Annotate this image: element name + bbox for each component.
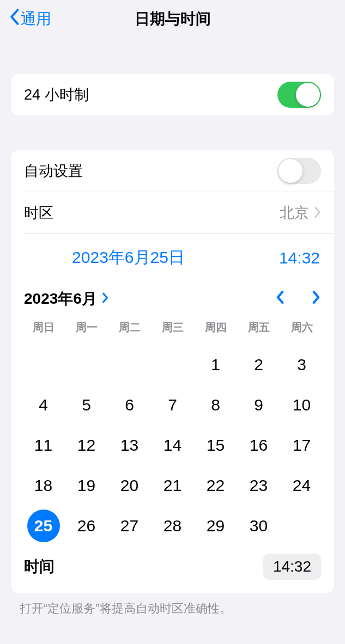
calendar-weekdays: 周日周一周二周三周四周五周六 [22, 320, 323, 335]
calendar-day[interactable]: 23 [237, 465, 280, 506]
weekday-label: 周四 [194, 320, 237, 335]
back-label: 通用 [21, 9, 51, 29]
calendar-day[interactable]: 12 [65, 425, 108, 465]
calendar-day[interactable]: 28 [151, 506, 194, 546]
calendar-days: 1234567891011121314151617181920212223242… [22, 345, 323, 546]
label-timezone: 时区 [24, 203, 280, 223]
calendar-day[interactable]: 7 [151, 385, 194, 425]
footer-note: 打开“定位服务”将提高自动时区准确性。 [20, 600, 325, 617]
weekday-label: 周一 [65, 320, 108, 335]
calendar-day[interactable]: 29 [194, 506, 237, 546]
calendar-day-empty [65, 345, 108, 385]
weekday-label: 周二 [108, 320, 151, 335]
weekday-label: 周六 [280, 320, 323, 335]
group-24hour: 24 小时制 [11, 74, 334, 115]
calendar-day[interactable]: 5 [65, 385, 108, 425]
row-auto: 自动设置 [11, 150, 334, 192]
calendar-day[interactable]: 10 [280, 385, 323, 425]
calendar-day[interactable]: 1 [194, 345, 237, 385]
weekday-label: 周五 [237, 320, 280, 335]
calendar-day[interactable]: 14 [151, 425, 194, 465]
calendar-day[interactable]: 30 [237, 506, 280, 546]
calendar-day[interactable]: 22 [194, 465, 237, 506]
calendar-day[interactable]: 24 [280, 465, 323, 506]
calendar-month-picker[interactable]: 2023年6月 [24, 289, 109, 309]
calendar-day[interactable]: 26 [65, 506, 108, 546]
back-button[interactable]: 通用 [9, 8, 51, 30]
calendar-day[interactable]: 18 [22, 465, 65, 506]
chevron-left-icon [9, 8, 20, 30]
prev-month-button[interactable] [275, 289, 285, 309]
calendar-day-empty [108, 345, 151, 385]
chevron-right-icon [101, 291, 109, 308]
calendar-day[interactable]: 19 [65, 465, 108, 506]
calendar-day[interactable]: 15 [194, 425, 237, 465]
calendar-day[interactable]: 27 [108, 506, 151, 546]
calendar-day[interactable]: 9 [237, 385, 280, 425]
calendar-day[interactable]: 3 [280, 345, 323, 385]
weekday-label: 周三 [151, 320, 194, 335]
label-time: 时间 [24, 556, 263, 577]
next-month-button[interactable] [311, 289, 321, 309]
group-datetime: 自动设置 时区 北京 2023年6月25日 14:32 2023年6月 [11, 150, 334, 593]
header: 通用 日期与时间 [0, 0, 345, 38]
chevron-right-icon [313, 204, 321, 222]
calendar-nav [275, 289, 321, 309]
weekday-label: 周日 [22, 320, 65, 335]
calendar-month-label: 2023年6月 [24, 289, 97, 309]
calendar-day-empty [22, 345, 65, 385]
label-auto: 自动设置 [24, 161, 277, 181]
calendar-day[interactable]: 16 [237, 425, 280, 465]
row-selected-datetime: 2023年6月25日 14:32 [24, 233, 334, 279]
calendar-day[interactable]: 11 [22, 425, 65, 465]
calendar-day[interactable]: 25 [22, 506, 65, 546]
calendar-day[interactable]: 4 [22, 385, 65, 425]
calendar-day[interactable]: 13 [108, 425, 151, 465]
label-24hour: 24 小时制 [24, 85, 277, 105]
calendar-header: 2023年6月 [22, 289, 323, 309]
row-time: 时间 14:32 [22, 546, 323, 583]
value-timezone: 北京 [280, 203, 309, 223]
calendar-day[interactable]: 2 [237, 345, 280, 385]
selected-time[interactable]: 14:32 [255, 249, 320, 267]
calendar-day-empty [151, 345, 194, 385]
page-title: 日期与时间 [0, 9, 345, 29]
calendar-day[interactable]: 8 [194, 385, 237, 425]
calendar-day[interactable]: 6 [108, 385, 151, 425]
row-timezone[interactable]: 时区 北京 [24, 192, 334, 233]
toggle-auto[interactable] [277, 158, 321, 184]
toggle-24hour[interactable] [277, 82, 321, 108]
row-24hour: 24 小时制 [11, 74, 334, 115]
selected-date[interactable]: 2023年6月25日 [38, 247, 219, 269]
calendar-day[interactable]: 20 [108, 465, 151, 506]
calendar-day[interactable]: 21 [151, 465, 194, 506]
calendar: 2023年6月 周日周一周二周三周四周五周六 12345678910111213… [11, 279, 334, 593]
calendar-day[interactable]: 17 [280, 425, 323, 465]
time-picker[interactable]: 14:32 [263, 554, 321, 580]
